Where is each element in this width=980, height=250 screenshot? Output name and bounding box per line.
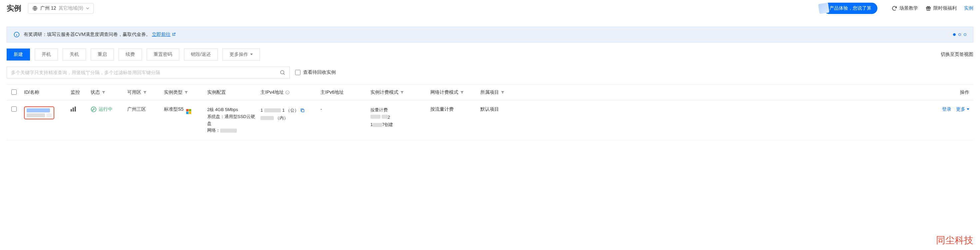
th-status[interactable]: 状态: [91, 89, 106, 95]
external-link-icon: [172, 32, 176, 36]
page-title: 实例: [7, 3, 21, 13]
start-button[interactable]: 开机: [35, 49, 58, 60]
more-actions-dropdown[interactable]: 更多操作: [223, 49, 260, 60]
instance-right-link[interactable]: 实例: [964, 5, 973, 11]
th-monitor: 监控: [68, 89, 88, 95]
row-checkbox[interactable]: [11, 106, 17, 112]
info-icon[interactable]: [285, 90, 290, 95]
banner-link[interactable]: 立即前往: [152, 32, 176, 37]
globe-icon: [32, 6, 38, 11]
filter-icon: [143, 90, 147, 95]
renew-button[interactable]: 续费: [119, 49, 142, 60]
destroy-button[interactable]: 销毁/退还: [184, 49, 218, 60]
th-netbill[interactable]: 网络计费模式: [430, 89, 465, 95]
status-text: 运行中: [99, 106, 113, 112]
op-login[interactable]: 登录: [942, 106, 951, 112]
info-banner: 有奖调研：填写云服务器CVM满意度调查问卷，赢取代金券。 立即前往: [7, 27, 973, 43]
benefit-link[interactable]: 限时领福利: [925, 5, 957, 11]
ipv6-text: -: [318, 106, 368, 112]
info-icon: [14, 32, 20, 38]
promo-pill[interactable]: 产品体验，您说了算: [823, 3, 877, 14]
svg-rect-7: [73, 108, 74, 112]
restart-button[interactable]: 重启: [91, 49, 114, 60]
monitor-icon[interactable]: [71, 106, 76, 112]
instance-id-badge[interactable]: [24, 106, 54, 119]
billing-date1: 2: [371, 114, 425, 121]
th-ops: 操作: [514, 89, 973, 95]
ipv4-private: （内）: [261, 114, 315, 122]
th-ipv4: 主IPv4地址: [261, 89, 290, 95]
svg-rect-8: [75, 107, 76, 112]
th-type[interactable]: 实例类型: [164, 89, 189, 95]
billing-mode: 按量计费: [371, 106, 425, 114]
select-all-checkbox[interactable]: [11, 89, 17, 95]
recycle-checkbox-wrap[interactable]: 查看待回收实例: [295, 70, 336, 76]
carousel-dots[interactable]: [953, 33, 966, 36]
project-text: 默认项目: [478, 106, 514, 112]
recycle-checkbox[interactable]: [295, 70, 301, 75]
config-disk: 系统盘：通用型SSD云硬盘: [207, 113, 255, 127]
op-more-dropdown[interactable]: 更多: [956, 106, 969, 112]
svg-rect-10: [302, 109, 304, 112]
svg-rect-6: [71, 109, 72, 112]
th-project[interactable]: 所属项目: [480, 89, 505, 95]
stop-button[interactable]: 关机: [63, 49, 86, 60]
search-input[interactable]: [11, 70, 280, 75]
th-config: 实例配置: [205, 89, 258, 95]
config-net: 网络：: [207, 127, 255, 134]
th-id: ID/名称: [21, 89, 68, 95]
filter-icon: [101, 90, 106, 95]
refresh-icon: [891, 5, 897, 11]
copy-icon[interactable]: [300, 108, 305, 113]
region-current-label: 广州 12: [40, 5, 56, 11]
ipv4-public: 11 （公）: [261, 106, 315, 114]
view-switch-link[interactable]: 切换至页签视图: [941, 52, 973, 57]
status-running-icon: [91, 106, 97, 112]
promo-text: 产品体验，您说了算: [829, 5, 872, 11]
config-spec: 2核 4GB 5Mbps: [207, 106, 255, 113]
region-selector[interactable]: 广州 12 其它地域(9): [28, 3, 94, 14]
th-zone[interactable]: 可用区: [127, 89, 147, 95]
windows-icon: [186, 109, 191, 114]
th-billing[interactable]: 实例计费模式: [371, 89, 404, 95]
type-text: 标准型S5: [164, 106, 183, 112]
filter-icon: [460, 90, 465, 95]
zone-text: 广州三区: [124, 106, 161, 112]
svg-point-4: [280, 71, 284, 74]
banner-prefix: 有奖调研：填写云服务器CVM满意度调查问卷，赢取代金券。: [24, 32, 151, 37]
search-box[interactable]: [7, 66, 290, 78]
filter-icon: [500, 90, 505, 95]
billing-created: 17创建: [371, 121, 425, 128]
tutorial-link[interactable]: 场景教学: [891, 5, 918, 11]
region-other-label: 其它地域(9): [59, 5, 83, 11]
search-icon[interactable]: [280, 70, 285, 76]
netbill-text: 按流量计费: [428, 106, 478, 112]
gift-icon: [925, 5, 931, 11]
reset-password-button[interactable]: 重置密码: [146, 49, 179, 60]
recycle-label: 查看待回收实例: [303, 70, 336, 76]
create-button[interactable]: 新建: [7, 49, 30, 60]
table-row: 运行中 广州三区 标准型S5 2核 4GB 5Mbps 系统盘：通用型SSD云硬…: [7, 100, 973, 140]
table-header: ID/名称 监控 状态 可用区 实例类型 实例配置 主IPv4地址: [7, 85, 973, 100]
th-ipv6: 主IPv6地址: [318, 89, 368, 95]
filter-icon: [400, 90, 404, 95]
chevron-down-icon: [86, 7, 89, 10]
filter-icon: [184, 90, 189, 95]
